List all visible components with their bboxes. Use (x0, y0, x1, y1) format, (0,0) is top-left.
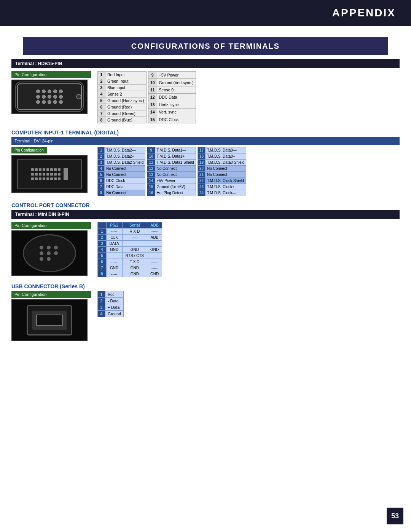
mini-din-body (23, 234, 76, 272)
table-row: 5-----RTS / CTS----- (98, 253, 162, 259)
pin-value: DDC Clock (105, 178, 145, 184)
hdb15-tables: 1Red Input2Green Input3Blue Input4Sense … (97, 71, 196, 123)
usb-table-wrapper: 1Vcc2- Data3+ Data4Ground (97, 291, 124, 341)
pin-number: 3 (98, 160, 105, 166)
table-row: 7Ground (Green) (98, 110, 147, 117)
pin-number: 4 (98, 247, 107, 253)
dvi-pin (39, 173, 41, 176)
adb-value: ----- (147, 253, 162, 259)
pin-number: 13 (148, 101, 157, 108)
table-row: 7DDC Data (98, 184, 145, 190)
ps2-value: ----- (106, 259, 122, 265)
dvi-pin (31, 173, 34, 176)
dvi-table-col3: 17T.M.D.S. Data0—18T.M.D.S. Data0+19T.M.… (198, 147, 247, 196)
pin-number: 10 (147, 153, 155, 160)
serial-value: GND (122, 271, 147, 277)
pin-value: Red Input (105, 72, 147, 78)
adb-value: GND (147, 247, 162, 253)
col-header: Serial (122, 222, 147, 228)
control-pin-config-label: Pin Configuration (11, 222, 91, 229)
col-header: PS/2 (106, 222, 122, 228)
pin-number: 13 (147, 172, 155, 178)
pin-number: 14 (147, 178, 155, 184)
pin-value: DDC Data (157, 94, 196, 101)
pin-value: T.M.D.S. Data1 Shield (155, 160, 196, 166)
pin-number: 1 (98, 72, 105, 78)
pin-number: 3 (98, 304, 105, 311)
table-row: 4Ground (98, 311, 124, 317)
pin-value: T.M.D.S. Clock+ (206, 184, 246, 190)
ps2-value: GND (106, 247, 122, 253)
serial-value: RTS / CTS (122, 253, 147, 259)
dvi-pin-row-2 (31, 173, 61, 176)
dvi-pin-row-1 (31, 168, 61, 171)
table-header-row: PS/2SerialADB (98, 222, 162, 228)
table-row: 1Red Input (98, 72, 147, 78)
dvi-pin (54, 177, 57, 180)
control-pin-config-box: Pin Configuration (11, 222, 91, 277)
dvi-blade (64, 168, 68, 180)
pin-dot (59, 100, 63, 104)
dvi-pin (58, 177, 61, 180)
hdb15-connector-body (17, 83, 82, 110)
col-header-blank (98, 222, 107, 228)
pin-number: 7 (98, 184, 105, 190)
mini-din-connector-image (11, 230, 88, 276)
dvi-pin (50, 177, 53, 180)
hdb15-connector-image (11, 80, 88, 114)
pin-number: 15 (147, 184, 155, 190)
table-row: 1T.M.D.S. Data2— (98, 147, 145, 153)
table-row: 2Green Input (98, 78, 147, 85)
table-row: 2CLK-----ADB (98, 235, 162, 241)
pin-number: 5 (98, 172, 105, 178)
pin-value: T.M.D.S. Data2— (105, 147, 145, 153)
hdb15-tables-flex: 1Red Input2Green Input3Blue Input4Sense … (97, 71, 196, 123)
dvi-pin (46, 177, 49, 180)
pin-value: Ground (for +5V) (155, 184, 196, 190)
mini-din-pins (40, 246, 59, 261)
dvi-pin (50, 173, 53, 176)
usb-section: USB CONNECTOR (Series B) Pin Configurati… (11, 283, 400, 341)
table-row: 4GNDGNDGND (98, 247, 162, 253)
hdb15-terminal-label: Terminal : HDB15-PIN (11, 59, 400, 68)
pin-number: 12 (147, 166, 155, 172)
pin-value: T.M.D.S. Clock— (206, 190, 246, 196)
dvi-pin (46, 173, 49, 176)
hdb15-pin-config-box: Pin Configuration (11, 71, 91, 123)
hdb15-pin-row-3 (36, 100, 63, 104)
dvi-pin (43, 177, 45, 180)
control-terminal-label: Terminal : Mini DIN 8-PIN (11, 210, 400, 219)
usb-connector-image (11, 299, 88, 341)
control-table-wrapper: PS/2SerialADB1-----R X D-----2CLK-----AD… (97, 222, 162, 277)
md-pin (40, 257, 43, 261)
pin-number: 10 (148, 79, 157, 86)
table-row: 6Ground (Red) (98, 104, 147, 110)
md-pin (40, 251, 43, 255)
table-row: 15Ground (for +5V) (147, 184, 196, 190)
dvi-pins-area (31, 168, 61, 180)
serial-value: GND (122, 247, 147, 253)
pin-number: 11 (147, 160, 155, 166)
pin-value: Vert. sync. (157, 109, 196, 116)
pin-value: Vcc (105, 291, 124, 298)
adb-value: ----- (147, 228, 162, 235)
pin-dot (59, 89, 63, 93)
md-pin (47, 257, 51, 261)
table-row: 19T.M.D.S. Data0 Shield (198, 160, 246, 166)
dvi-section-title: COMPUTER INPUT-1 TERMINAL (DIGITAL) (11, 129, 400, 136)
pin-value: Ground (Horiz.sync.) (105, 97, 147, 104)
dvi-pin (46, 168, 49, 171)
pin-number: 2 (98, 298, 105, 304)
table-row: 9T.M.D.S. Data1— (147, 147, 196, 153)
pin-number: 5 (98, 253, 107, 259)
pin-number: 6 (98, 104, 105, 110)
pin-value: T.M.D.S. Data2 Shield (105, 160, 145, 166)
table-row: 7GNDGND----- (98, 265, 162, 271)
page-title: CONFIGURATIONS OF TERMINALS (23, 37, 388, 55)
pin-value: No Connect (206, 166, 246, 172)
dvi-pin (54, 168, 57, 171)
pin-number: 1 (98, 291, 105, 298)
table-row: 14+5V Power (147, 178, 196, 184)
pin-value: DDC Clock (157, 116, 196, 123)
pin-number: 21 (198, 172, 205, 178)
